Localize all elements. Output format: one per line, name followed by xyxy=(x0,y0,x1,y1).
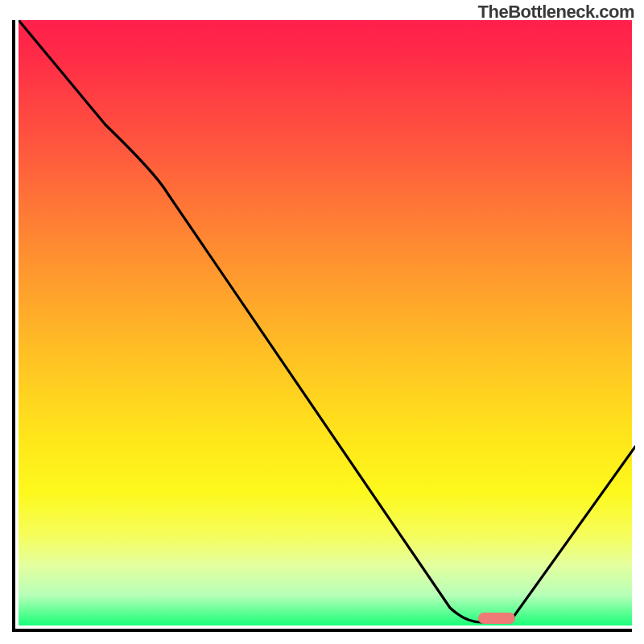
curve-path xyxy=(19,20,635,622)
bottleneck-curve xyxy=(19,20,635,629)
chart-axes xyxy=(12,20,632,632)
optimal-marker xyxy=(478,613,515,624)
chart-container: TheBottleneck.com xyxy=(0,0,644,644)
